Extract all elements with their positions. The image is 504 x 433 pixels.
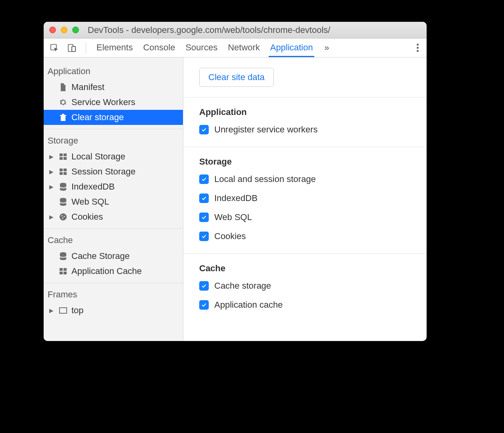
sidebar-header-storage: Storage (44, 134, 183, 149)
checkbox-unregister-service-workers[interactable]: Unregister service workers (199, 125, 411, 135)
sidebar-item-indexeddb[interactable]: ▶ IndexedDB (44, 179, 183, 194)
checkbox-websql[interactable]: Web SQL (199, 212, 411, 222)
sidebar-group-cache: Cache Cache Storage Application Cache (44, 229, 183, 283)
svg-rect-8 (60, 169, 63, 171)
checkbox-checked-icon (199, 281, 209, 291)
sidebar-item-local-storage[interactable]: ▶ Local Storage (44, 149, 183, 164)
checkbox-checked-icon (199, 194, 209, 203)
expand-arrow-icon[interactable]: ▶ (49, 214, 55, 220)
devtools-window: DevTools - developers.google.com/web/too… (44, 22, 427, 341)
expand-arrow-icon[interactable]: ▶ (49, 184, 55, 190)
inspect-element-icon[interactable] (49, 43, 60, 53)
clear-storage-panel: Clear site data Application Unregister s… (183, 57, 427, 341)
svg-rect-20 (63, 268, 67, 271)
sidebar-header-cache: Cache (44, 234, 183, 249)
sidebar-header-application: Application (44, 65, 183, 80)
gear-icon (58, 97, 68, 107)
svg-rect-7 (63, 157, 67, 160)
tab-sources[interactable]: Sources (184, 38, 219, 57)
grid-icon (58, 266, 68, 276)
svg-rect-19 (60, 268, 63, 271)
database-icon (58, 251, 68, 261)
checkbox-indexeddb[interactable]: IndexedDB (199, 193, 411, 203)
sidebar-item-frame-top[interactable]: ▶ top (44, 303, 183, 318)
grid-icon (58, 167, 68, 177)
svg-rect-5 (63, 153, 67, 156)
sidebar-item-application-cache[interactable]: Application Cache (44, 264, 183, 279)
svg-point-14 (60, 213, 67, 220)
sidebar-item-cache-storage[interactable]: Cache Storage (44, 249, 183, 264)
checkbox-checked-icon (199, 125, 209, 134)
svg-rect-9 (63, 169, 67, 171)
section-header-application: Application (199, 107, 411, 117)
minimize-window-button[interactable] (61, 27, 67, 33)
checkbox-application-cache[interactable]: Application cache (199, 300, 411, 310)
expand-arrow-icon[interactable]: ▶ (49, 169, 55, 175)
checkbox-checked-icon (199, 232, 209, 241)
svg-point-15 (62, 215, 63, 216)
sidebar-header-frames: Frames (44, 288, 183, 303)
checkbox-cookies[interactable]: Cookies (199, 231, 411, 241)
sidebar-item-service-workers[interactable]: Service Workers (44, 95, 183, 110)
sidebar-item-clear-storage[interactable]: Clear storage (44, 110, 183, 125)
window-controls (49, 27, 79, 33)
close-window-button[interactable] (49, 27, 56, 33)
application-sidebar: Application Manifest Service Workers Cle… (44, 57, 183, 341)
frame-icon (58, 305, 68, 316)
database-icon (58, 182, 68, 192)
svg-point-16 (64, 216, 65, 217)
sidebar-group-application: Application Manifest Service Workers Cle… (44, 60, 183, 129)
sidebar-item-session-storage[interactable]: ▶ Session Storage (44, 164, 183, 179)
sidebar-item-websql[interactable]: Web SQL (44, 194, 183, 209)
grid-icon (58, 151, 68, 162)
more-tabs-icon[interactable]: » (321, 43, 332, 53)
checkbox-checked-icon (199, 300, 209, 310)
checkbox-checked-icon (199, 174, 209, 184)
tab-network[interactable]: Network (226, 38, 262, 57)
section-cache: Cache Cache storage Application cache (183, 254, 427, 322)
svg-rect-21 (60, 272, 63, 274)
svg-rect-10 (60, 172, 63, 175)
devtools-menu-icon[interactable] (414, 41, 421, 54)
devtools-tabbar: Elements Console Sources Network Applica… (44, 38, 427, 57)
section-header-storage: Storage (199, 157, 411, 167)
section-application: Application Unregister service workers (183, 98, 427, 147)
sidebar-item-cookies[interactable]: ▶ Cookies (44, 209, 183, 224)
svg-rect-4 (60, 153, 63, 156)
svg-rect-11 (63, 172, 67, 175)
database-icon (58, 197, 68, 207)
document-icon (58, 82, 68, 92)
window-title: DevTools - developers.google.com/web/too… (88, 25, 330, 35)
clear-site-data-button[interactable]: Clear site data (199, 68, 274, 87)
svg-point-17 (62, 218, 63, 219)
clear-button-row: Clear site data (183, 57, 427, 98)
sidebar-item-manifest[interactable]: Manifest (44, 80, 183, 95)
expand-arrow-icon[interactable]: ▶ (49, 307, 55, 314)
section-storage: Storage Local and session storage Indexe… (183, 147, 427, 254)
separator (86, 42, 86, 54)
tab-elements[interactable]: Elements (95, 38, 135, 57)
svg-rect-23 (60, 308, 67, 313)
device-toolbar-icon[interactable] (67, 43, 77, 53)
titlebar: DevTools - developers.google.com/web/too… (44, 22, 427, 38)
sidebar-group-frames: Frames ▶ top (44, 283, 183, 322)
svg-rect-6 (60, 157, 63, 160)
sidebar-group-storage: Storage ▶ Local Storage ▶ Session Storag… (44, 129, 183, 229)
tab-console[interactable]: Console (142, 38, 177, 57)
svg-rect-2 (72, 46, 75, 52)
trash-icon (58, 112, 68, 123)
checkbox-cache-storage[interactable]: Cache storage (199, 281, 411, 291)
checkbox-local-session-storage[interactable]: Local and session storage (199, 174, 411, 184)
cookie-icon (58, 212, 68, 222)
section-header-cache: Cache (199, 263, 411, 274)
maximize-window-button[interactable] (72, 27, 79, 33)
expand-arrow-icon[interactable]: ▶ (49, 153, 55, 160)
checkbox-checked-icon (199, 213, 209, 222)
svg-rect-22 (63, 272, 67, 274)
tab-application[interactable]: Application (269, 38, 315, 57)
